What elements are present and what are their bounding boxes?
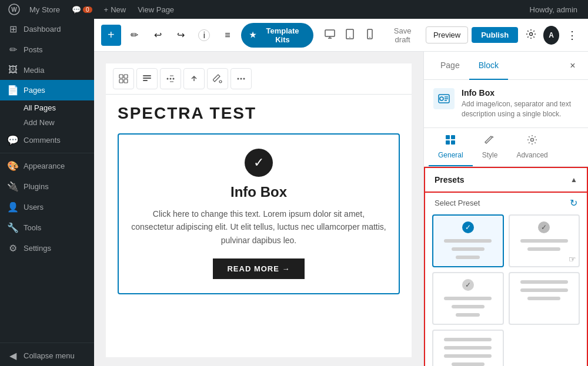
preset-3-line-1 [444,297,492,300]
undo-button[interactable]: ↩ [148,25,168,46]
advanced-tab-icon [526,134,538,149]
svg-point-22 [240,78,242,80]
preset-1-line-1 [444,239,492,243]
preset-card-5[interactable] [432,330,504,366]
device-buttons [320,26,379,45]
sidebar-label-comments: Comments [24,136,61,145]
checkmark-icon: ✓ [253,155,264,170]
sidebar-item-all-pages[interactable]: All Pages [16,100,94,115]
svg-rect-11 [124,75,128,78]
howdy-item[interactable]: Howdy, admin [524,0,583,19]
preset-1-icon: ✓ [462,221,474,233]
site-name[interactable]: My Store [24,0,66,19]
sidebar: ⊞ Dashboard ✏ Posts 🖼 Media 📄 Pages All … [0,19,94,366]
block-tool-dots[interactable] [160,68,181,89]
sidebar-item-dashboard[interactable]: ⊞ Dashboard [0,19,94,39]
preset-5-line-1 [444,338,492,341]
preset-card-3[interactable]: ✓ [432,272,504,325]
desktop-icon [324,28,336,42]
add-new-label: Add New [24,118,55,127]
preview-button[interactable]: Preview [426,26,468,43]
preset-card-2[interactable]: ✓ [509,214,580,267]
block-panel-tabs: General Style Advanced [424,128,588,167]
sidebar-item-add-new[interactable]: Add New [16,115,94,130]
svg-point-19 [173,78,175,80]
pages-icon: 📄 [7,85,19,96]
presets-header[interactable]: Presets ▲ [424,167,588,193]
preset-card-4[interactable] [509,272,580,325]
block-tool-grid[interactable] [113,68,134,89]
mobile-button[interactable] [360,26,379,45]
astra-button[interactable]: A [543,26,559,45]
presets-content: Select Preset ↻ ✓ [424,193,588,366]
tab-page[interactable]: Page [431,52,469,80]
preset-card-1[interactable]: ✓ [432,214,504,267]
plugins-icon: 🔌 [7,181,19,192]
block-info-title: Info Box [462,88,579,98]
comments-item[interactable]: 💬 0 [66,0,98,19]
wp-logo[interactable]: W [5,0,24,19]
appearance-icon: 🎨 [7,160,19,172]
preset-4-line-3 [527,297,560,300]
sidebar-item-comments[interactable]: 💬 Comments [0,130,94,150]
settings-button[interactable] [522,25,540,46]
block-tool-move-up[interactable] [183,68,205,89]
new-item[interactable]: + New [98,0,132,19]
publish-button[interactable]: Publish [472,27,518,43]
block-info-section: Info Box Add image/icon, separator and t… [424,80,588,128]
info-box-button[interactable]: READ MORE → [213,258,304,279]
preset-5-line-2 [444,346,492,350]
collapse-icon: ◀ [7,350,19,361]
add-block-button[interactable]: + [101,25,121,46]
info-box-text: Click here to change this text. Lorem ip… [131,207,387,247]
save-draft-button[interactable]: Save draft [383,24,422,46]
tools-button[interactable]: ✏ [125,25,145,46]
gear-icon [526,29,536,41]
sidebar-item-users[interactable]: 👤 Users [0,197,94,217]
svg-rect-12 [119,79,123,83]
block-tool-paint[interactable] [207,68,228,89]
block-tool-paragraph[interactable] [136,68,158,89]
sidebar-item-settings[interactable]: ⚙ Settings [0,238,94,258]
info-box[interactable]: ✓ Info Box Click here to change this tex… [118,133,400,294]
comments-icon: 💬 [7,135,19,146]
preset-4-line-1 [520,280,568,284]
sidebar-item-plugins[interactable]: 🔌 Plugins [0,176,94,197]
list-view-button[interactable]: ≡ [218,25,238,46]
info-button[interactable]: i [195,25,215,46]
chevron-up-icon: ▲ [570,176,577,184]
tab-block[interactable]: Block [469,52,508,80]
block-tool-more[interactable] [230,68,252,89]
sidebar-item-appearance[interactable]: 🎨 Appearance [0,156,94,176]
preset-2-line-1 [520,239,568,243]
refresh-button[interactable]: ↻ [570,197,577,209]
svg-point-17 [167,78,169,80]
sidebar-item-posts[interactable]: ✏ Posts [0,39,94,60]
svg-rect-15 [143,78,151,79]
sidebar-item-media[interactable]: 🖼 Media [0,60,94,80]
sidebar-collapse[interactable]: ◀ Collapse menu [0,345,94,366]
tablet-icon [344,28,356,42]
page-title: SPECTRA TEST [118,104,400,123]
sidebar-item-tools[interactable]: 🔧 Tools [0,217,94,238]
style-tab-icon [484,134,496,149]
block-info-desc: Add image/icon, separator and text descr… [462,99,579,119]
desktop-button[interactable] [320,26,339,45]
dashboard-icon: ⊞ [7,23,19,35]
tablet-button[interactable] [340,26,359,45]
preset-3-line-2 [452,305,485,308]
preset-4-line-2 [520,288,568,292]
template-kits-button[interactable]: ★ Template Kits [241,23,314,48]
block-tab-general[interactable]: General [429,128,473,166]
svg-rect-30 [451,135,455,139]
view-page-item[interactable]: View Page [132,0,180,19]
block-tab-advanced[interactable]: Advanced [507,128,557,166]
svg-rect-10 [119,75,123,78]
sidebar-item-pages[interactable]: 📄 Pages [0,80,94,100]
more-options-button[interactable]: ⋮ [563,25,581,46]
panel-close-button[interactable]: × [564,58,581,74]
block-toolbar [106,63,412,95]
block-tab-style[interactable]: Style [473,128,507,166]
redo-button[interactable]: ↪ [171,25,191,46]
general-tab-label: General [438,151,463,159]
